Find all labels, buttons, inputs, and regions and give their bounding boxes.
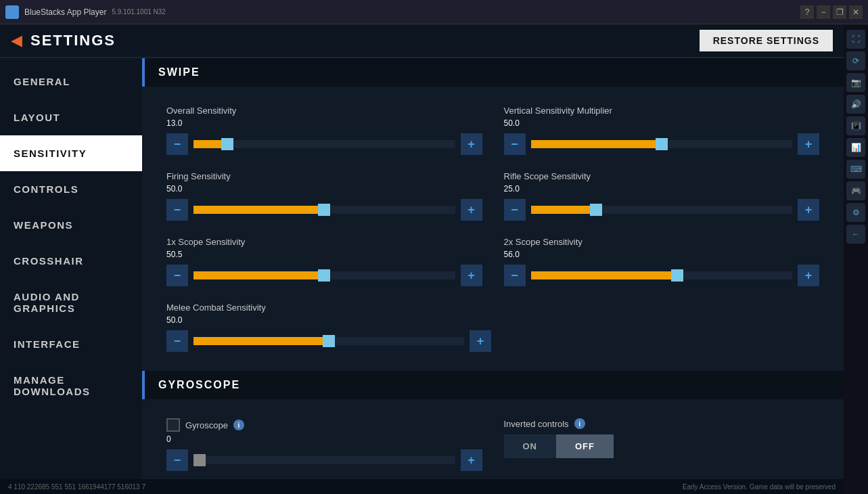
status-left: 4 110 222685 551 551 1661944177 516013 7: [8, 483, 145, 491]
slider-rifle-track[interactable]: [531, 206, 793, 214]
bs-sidebar-shake[interactable]: 📳: [846, 116, 865, 135]
slider-firing-row: − +: [166, 199, 482, 221]
slider-firing-sensitivity: Firing Sensitivity 50.0 − +: [156, 163, 493, 229]
slider-vertical-track[interactable]: [531, 140, 793, 148]
swipe-sliders-grid: Overall Sensitivity 13.0 − +: [142, 87, 844, 371]
bs-sidebar-fullscreen[interactable]: ⛶: [846, 30, 865, 49]
slider-melee-combat: Melee Combat Sensitivity 50.0 − +: [156, 294, 830, 360]
settings-body: GENERAL LAYOUT SENSITIVITY CONTROLS WEAP…: [0, 58, 844, 479]
slider-1x-thumb[interactable]: [318, 269, 330, 282]
slider-overall-label: Overall Sensitivity: [166, 106, 482, 116]
slider-rifle-plus[interactable]: +: [798, 199, 819, 221]
restore-settings-button[interactable]: RESTORE SETTINGS: [700, 30, 833, 51]
slider-melee-thumb[interactable]: [323, 335, 335, 347]
minimize-button[interactable]: −: [817, 5, 830, 19]
slider-1x-fill: [193, 271, 324, 279]
toggle-on-button[interactable]: ON: [504, 434, 557, 458]
slider-overall-value: 13.0: [166, 118, 482, 128]
slider-melee-plus[interactable]: +: [470, 330, 491, 352]
app-area: ◀ SETTINGS RESTORE SETTINGS GENERAL LAYO…: [0, 24, 844, 494]
bs-sidebar-settings[interactable]: ⚙: [846, 203, 865, 222]
bs-sidebar-rotate[interactable]: ⟳: [846, 51, 865, 70]
inverted-controls-item: Inverted controls i ON OFF: [493, 410, 831, 479]
bs-sidebar-back[interactable]: ←: [846, 225, 865, 244]
slider-rifle-value: 25.0: [504, 184, 820, 194]
slider-rifle-label: Rifle Scope Sensitivity: [504, 171, 820, 181]
nav-item-crosshair[interactable]: CROSSHAIR: [0, 243, 142, 279]
slider-rifle-thumb[interactable]: [590, 204, 602, 216]
slider-1x-plus[interactable]: +: [461, 265, 482, 286]
nav-item-layout[interactable]: LAYOUT: [0, 99, 142, 135]
gyro-plus[interactable]: +: [461, 449, 482, 471]
slider-melee-fill: [193, 337, 329, 345]
title-bar: BlueStacks App Player 5.9.101.1001 N32 ?…: [0, 0, 868, 24]
toggle-off-button[interactable]: OFF: [556, 434, 614, 458]
slider-firing-minus[interactable]: −: [166, 199, 188, 221]
gyroscope-info-icon[interactable]: i: [233, 420, 244, 430]
slider-vertical-value: 50.0: [504, 118, 820, 128]
slider-firing-track[interactable]: [193, 206, 455, 214]
slider-1x-row: − +: [166, 265, 482, 286]
slider-1x-minus[interactable]: −: [166, 265, 188, 286]
slider-overall-track[interactable]: [193, 140, 455, 148]
settings-header: ◀ SETTINGS RESTORE SETTINGS: [0, 24, 844, 58]
slider-overall-plus[interactable]: +: [461, 133, 482, 155]
bs-sidebar-gamepad[interactable]: 🎮: [846, 181, 865, 200]
slider-2x-minus[interactable]: −: [504, 265, 526, 286]
slider-firing-plus[interactable]: +: [461, 199, 482, 221]
gyroscope-label: Gyroscope: [185, 420, 228, 430]
gyro-slider-row: − +: [166, 449, 482, 471]
window-controls: ? − ❐ ✕: [800, 5, 863, 19]
slider-1x-value: 50.5: [166, 250, 482, 259]
slider-firing-thumb[interactable]: [318, 204, 330, 216]
nav-item-general[interactable]: GENERAL: [0, 64, 142, 99]
bs-sidebar-keyboard[interactable]: ⌨: [846, 160, 865, 179]
slider-2x-fill: [531, 271, 677, 279]
slider-rifle-minus[interactable]: −: [504, 199, 526, 221]
toggle-row: ON OFF: [504, 434, 820, 458]
gyro-minus[interactable]: −: [166, 449, 188, 471]
slider-1x-track[interactable]: [193, 271, 455, 279]
inverted-info-icon[interactable]: i: [574, 418, 585, 429]
swipe-section: SWIPE Overall Sensitivity 13.0 −: [142, 58, 844, 371]
bs-sidebar-stats[interactable]: 📊: [846, 138, 865, 157]
restore-button[interactable]: ❐: [833, 5, 846, 19]
inverted-label-row: Inverted controls i: [504, 418, 820, 429]
slider-melee-track[interactable]: [193, 337, 464, 345]
nav-item-sensitivity[interactable]: SENSITIVITY: [0, 135, 142, 171]
slider-rifle-row: − +: [504, 199, 820, 221]
slider-overall-minus[interactable]: −: [166, 133, 188, 155]
slider-vertical-plus[interactable]: +: [798, 133, 819, 155]
bs-sidebar-screenshot[interactable]: 📷: [846, 73, 865, 92]
slider-vertical-minus[interactable]: −: [504, 133, 526, 155]
gyro-label-row: Gyroscope i: [166, 418, 482, 432]
gyroscope-checkbox[interactable]: [166, 418, 180, 432]
nav-item-interface[interactable]: INTERFACE: [0, 326, 142, 362]
gyro-grid: Gyroscope i 0 − +: [142, 399, 844, 479]
slider-overall-thumb[interactable]: [221, 138, 233, 150]
back-button[interactable]: ◀: [11, 32, 22, 49]
slider-2x-scope: 2x Scope Sensitivity 56.0 − +: [493, 229, 831, 294]
settings-title: SETTINGS: [30, 32, 116, 49]
help-button[interactable]: ?: [800, 5, 814, 19]
nav-item-audio-graphics[interactable]: AUDIO AND GRAPHICS: [0, 279, 142, 326]
slider-rifle-fill: [531, 206, 597, 214]
close-button[interactable]: ✕: [849, 5, 863, 19]
slider-2x-track[interactable]: [531, 271, 793, 279]
nav-item-weapons[interactable]: WEAPONS: [0, 207, 142, 243]
nav-item-manage-downloads[interactable]: MANAGE DOWNLOADS: [0, 362, 142, 409]
slider-melee-minus[interactable]: −: [166, 330, 188, 352]
status-right: Early Access Version. Game data will be …: [683, 483, 836, 491]
bs-sidebar-volume[interactable]: 🔊: [846, 95, 865, 114]
gyro-track[interactable]: [193, 456, 455, 464]
slider-vertical-thumb[interactable]: [656, 138, 668, 150]
gyro-value: 0: [166, 434, 482, 444]
slider-vertical-sensitivity: Vertical Sensitivity Multiplier 50.0 − +: [493, 97, 831, 163]
slider-vertical-row: − +: [504, 133, 820, 155]
gyro-thumb[interactable]: [193, 454, 206, 466]
slider-2x-thumb[interactable]: [671, 269, 683, 282]
slider-firing-fill: [193, 206, 324, 214]
slider-2x-plus[interactable]: +: [798, 265, 819, 286]
nav-item-controls[interactable]: CONTROLS: [0, 171, 142, 207]
slider-firing-value: 50.0: [166, 184, 482, 194]
